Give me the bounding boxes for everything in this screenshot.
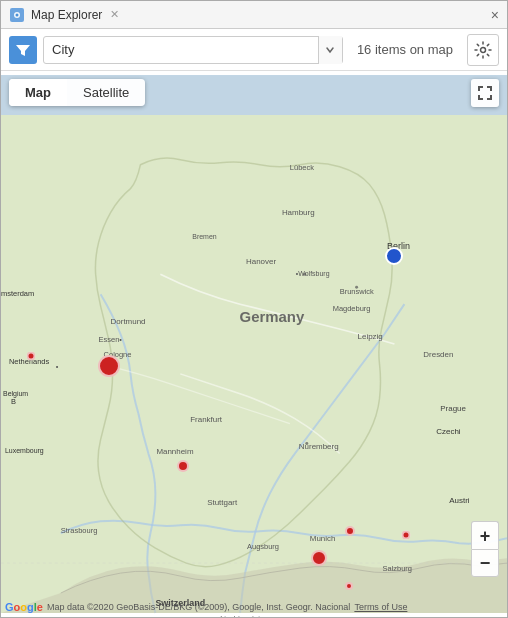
svg-point-3: [481, 47, 486, 52]
svg-text:•Wolfsburg: •Wolfsburg: [296, 270, 330, 278]
svg-text:•: •: [56, 362, 59, 371]
terms-of-use[interactable]: Terms of Use: [354, 602, 407, 612]
filter-button[interactable]: [9, 36, 37, 64]
fullscreen-button[interactable]: [471, 79, 499, 107]
fullscreen-icon: [477, 85, 493, 101]
svg-text:Mannheim: Mannheim: [156, 447, 194, 456]
svg-text:Czechi: Czechi: [436, 427, 461, 436]
marker-cologne[interactable]: [98, 355, 120, 377]
svg-text:B: B: [11, 397, 16, 406]
svg-text:Austri: Austri: [449, 496, 470, 505]
svg-text:Salzburg: Salzburg: [382, 564, 411, 573]
svg-text:Munich: Munich: [310, 534, 336, 543]
svg-text:Hamburg: Hamburg: [282, 208, 315, 217]
svg-text:Dortmund: Dortmund: [111, 317, 146, 326]
marker-munich[interactable]: [311, 550, 327, 566]
svg-text:Prague: Prague: [440, 404, 466, 413]
svg-text:Luxembourg: Luxembourg: [5, 447, 44, 455]
search-input[interactable]: [44, 42, 318, 57]
app-window: Map Explorer ✕ × 16 items on map: [0, 0, 508, 618]
title-bar-left: Map Explorer ✕: [9, 7, 119, 23]
zoom-controls: + −: [471, 521, 499, 577]
svg-point-2: [16, 13, 19, 16]
marker-berlin[interactable]: [385, 247, 403, 265]
toolbar: 16 items on map: [1, 29, 507, 71]
svg-text:Nuremberg: Nuremberg: [299, 442, 339, 451]
marker-amsterdam[interactable]: [27, 352, 36, 361]
svg-text:Belgium: Belgium: [3, 390, 28, 398]
tab-map[interactable]: Map: [9, 79, 67, 106]
svg-text:Stuttgart: Stuttgart: [207, 498, 238, 507]
zoom-in-button[interactable]: +: [471, 521, 499, 549]
svg-point-40: [355, 286, 358, 289]
search-container: [43, 36, 343, 64]
svg-text:Dresden: Dresden: [423, 350, 453, 359]
settings-button[interactable]: [467, 34, 499, 66]
tab-satellite[interactable]: Satellite: [67, 79, 145, 106]
svg-text:Hanover: Hanover: [246, 257, 276, 266]
map-explorer-icon: [9, 7, 25, 23]
svg-point-41: [305, 442, 308, 445]
svg-text:Leipzig: Leipzig: [358, 332, 383, 341]
map-attribution: Google Map data ©2020 GeoBasis-DE/BKG (©…: [1, 601, 507, 613]
svg-point-39: [303, 273, 306, 276]
svg-text:Strasbourg: Strasbourg: [61, 526, 98, 535]
svg-text:Frankfurt: Frankfurt: [190, 415, 223, 424]
svg-text:Augsburg: Augsburg: [247, 542, 279, 551]
marker-city7[interactable]: [402, 531, 411, 540]
svg-text:Essen•: Essen•: [99, 335, 123, 344]
svg-text:Liechtenstein: Liechtenstein: [220, 614, 264, 617]
marker-mannheim[interactable]: [177, 460, 189, 472]
title-bar: Map Explorer ✕ ×: [1, 1, 507, 29]
window-title: Map Explorer: [31, 8, 102, 22]
svg-text:Germany: Germany: [240, 308, 305, 325]
attribution-text: Map data ©2020 GeoBasis-DE/BKG (©2009), …: [47, 602, 350, 612]
zoom-out-button[interactable]: −: [471, 549, 499, 577]
dropdown-button[interactable]: [318, 36, 342, 64]
chevron-down-icon: [325, 45, 335, 55]
marker-city6[interactable]: [345, 526, 355, 536]
items-count: 16 items on map: [349, 42, 461, 57]
svg-text:Bremen: Bremen: [192, 233, 217, 240]
funnel-icon: [15, 42, 31, 58]
map-container[interactable]: Germany Berlin Hamburg Bremen Hanover •W…: [1, 71, 507, 617]
google-logo: Google: [5, 601, 43, 613]
title-tab-close[interactable]: ✕: [110, 8, 119, 21]
map-background: Germany Berlin Hamburg Bremen Hanover •W…: [1, 71, 507, 617]
marker-city8[interactable]: [345, 582, 353, 590]
window-close-button[interactable]: ×: [491, 8, 499, 22]
map-tabs: Map Satellite: [9, 79, 145, 106]
settings-icon: [474, 41, 492, 59]
svg-text:Amsterdam: Amsterdam: [1, 289, 34, 298]
svg-text:Magdeburg: Magdeburg: [333, 304, 371, 313]
svg-text:Lübeck: Lübeck: [290, 163, 314, 172]
